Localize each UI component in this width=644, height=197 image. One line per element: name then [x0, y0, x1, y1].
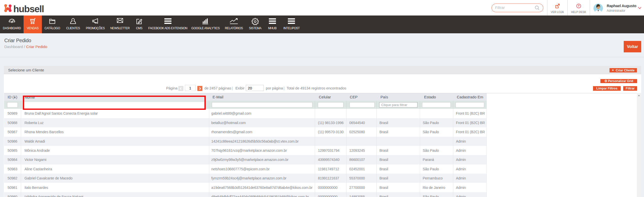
svg-text:hubsell: hubsell	[13, 4, 44, 13]
svg-text:?: ?	[578, 4, 580, 8]
